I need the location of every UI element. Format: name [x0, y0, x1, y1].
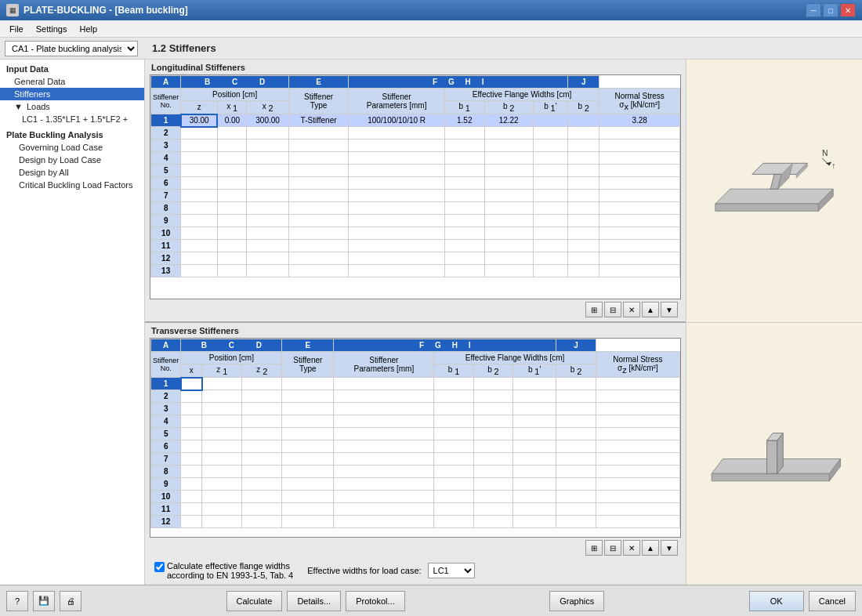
cell-x[interactable]: [181, 453, 202, 466]
cell-z2[interactable]: [242, 403, 282, 415]
cell-z2[interactable]: [242, 390, 282, 403]
cell-b2b[interactable]: [568, 240, 599, 252]
cell-b1p[interactable]: [513, 428, 556, 440]
table-row[interactable]: 9: [151, 478, 680, 491]
cell-b1p[interactable]: [513, 466, 556, 478]
cell-b1p[interactable]: [513, 378, 556, 390]
minimize-button[interactable]: ─: [806, 3, 821, 17]
table-row[interactable]: 2: [151, 390, 680, 403]
cell-type[interactable]: [282, 403, 334, 415]
trans-copy-btn[interactable]: ⊟: [604, 540, 621, 556]
cell-b2[interactable]: [473, 466, 512, 478]
cell-type[interactable]: [282, 503, 334, 516]
cell-b2b[interactable]: [556, 378, 596, 390]
analysis-dropdown[interactable]: CA1 - Plate buckling analysis: [5, 41, 138, 56]
cell-b2[interactable]: [473, 428, 512, 440]
cell-params[interactable]: [334, 478, 434, 491]
cell-stress[interactable]: [599, 140, 680, 152]
cell-x1[interactable]: [217, 265, 246, 277]
cell-stress[interactable]: [599, 227, 680, 240]
cell-z2[interactable]: [242, 466, 282, 478]
cell-b2b[interactable]: [568, 202, 599, 215]
cell-type[interactable]: [282, 478, 334, 491]
cell-type[interactable]: [282, 428, 334, 440]
table-row[interactable]: 4: [151, 415, 680, 428]
cell-b2[interactable]: [484, 240, 533, 252]
cell-stress[interactable]: [596, 491, 679, 503]
cell-b2[interactable]: [484, 215, 533, 227]
cell-b1[interactable]: [444, 152, 484, 165]
cell-z[interactable]: [181, 252, 218, 265]
cell-b2[interactable]: [484, 177, 533, 190]
cell-x2[interactable]: [247, 177, 288, 190]
cell-x[interactable]: [181, 390, 202, 403]
cell-b2b[interactable]: [568, 114, 599, 127]
cell-params[interactable]: [334, 466, 434, 478]
table-row[interactable]: 9: [151, 215, 680, 227]
cell-b1p[interactable]: [533, 165, 567, 177]
cell-b1[interactable]: [434, 503, 473, 516]
cell-b1p[interactable]: [513, 491, 556, 503]
cell-params[interactable]: [349, 140, 445, 152]
cell-b2b[interactable]: [556, 491, 596, 503]
cell-b1[interactable]: [444, 227, 484, 240]
cell-stress[interactable]: [596, 503, 679, 516]
cell-z2[interactable]: [242, 503, 282, 516]
cell-b2b[interactable]: [568, 177, 599, 190]
cell-params[interactable]: [349, 190, 445, 202]
trans-down-btn[interactable]: ▼: [661, 540, 678, 556]
cell-b2b[interactable]: [556, 440, 596, 453]
cell-b2[interactable]: [484, 140, 533, 152]
cell-params[interactable]: [334, 428, 434, 440]
cell-params[interactable]: [334, 390, 434, 403]
cell-b1[interactable]: [434, 378, 473, 390]
cell-stress[interactable]: [596, 478, 679, 491]
cell-type[interactable]: [282, 491, 334, 503]
cell-b2b[interactable]: [568, 252, 599, 265]
menu-file[interactable]: File: [3, 23, 30, 35]
cell-x[interactable]: [181, 466, 202, 478]
cell-x2[interactable]: [247, 140, 288, 152]
cell-stress[interactable]: [596, 440, 679, 453]
cell-b1p[interactable]: [533, 252, 567, 265]
cell-b2b[interactable]: [568, 165, 599, 177]
cell-b1[interactable]: [434, 428, 473, 440]
cell-z[interactable]: 30.00: [181, 114, 218, 127]
longitudinal-table-container[interactable]: A B C D E F G H I J StiffenerNo. Positio…: [150, 74, 681, 299]
cell-b1[interactable]: [434, 415, 473, 428]
cell-x1[interactable]: [217, 152, 246, 165]
cell-b2b[interactable]: [568, 140, 599, 152]
cell-stress[interactable]: [599, 215, 680, 227]
effective-flange-checkbox-label[interactable]: Calculate effective flange widthsaccordi…: [154, 561, 293, 580]
cell-x1[interactable]: [217, 227, 246, 240]
cell-z2[interactable]: [242, 453, 282, 466]
cell-b2[interactable]: 12.22: [484, 114, 533, 127]
load-case-dropdown[interactable]: LC1: [428, 563, 475, 578]
cell-params[interactable]: [334, 503, 434, 516]
menu-help[interactable]: Help: [73, 23, 103, 35]
cell-params[interactable]: [349, 152, 445, 165]
cell-b2[interactable]: [473, 453, 512, 466]
cell-z1[interactable]: [202, 390, 242, 403]
sidebar-design-by-all[interactable]: Design by All: [0, 166, 144, 179]
table-row[interactable]: 12: [151, 516, 680, 528]
cell-params[interactable]: [334, 516, 434, 528]
cell-stress[interactable]: [596, 390, 679, 403]
close-button[interactable]: ✕: [840, 3, 856, 17]
cell-x1[interactable]: [217, 215, 246, 227]
cell-b1[interactable]: [444, 215, 484, 227]
cell-params[interactable]: [349, 202, 445, 215]
sidebar-loads[interactable]: ▼Loads: [0, 100, 144, 113]
cell-x2[interactable]: [247, 202, 288, 215]
cell-stress[interactable]: [599, 165, 680, 177]
cell-type[interactable]: [288, 202, 348, 215]
cell-z1[interactable]: [202, 378, 242, 390]
cell-b2[interactable]: [484, 202, 533, 215]
cell-z1[interactable]: [202, 516, 242, 528]
cell-b2[interactable]: [473, 390, 512, 403]
cell-type[interactable]: [282, 378, 334, 390]
cell-x1[interactable]: [217, 165, 246, 177]
cell-b2b[interactable]: [568, 152, 599, 165]
cell-b2b[interactable]: [556, 478, 596, 491]
cell-b1[interactable]: [434, 478, 473, 491]
